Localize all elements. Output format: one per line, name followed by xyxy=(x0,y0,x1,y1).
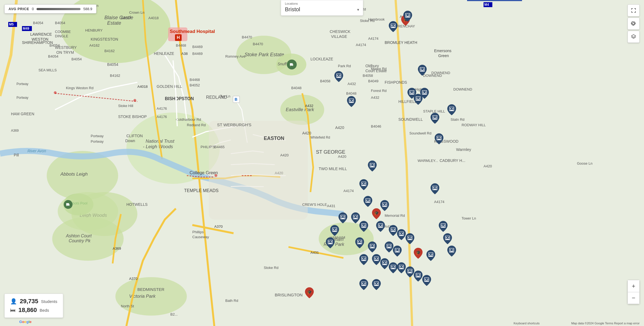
svg-rect-394 xyxy=(377,283,378,284)
svg-text:Portway: Portway xyxy=(16,82,28,86)
svg-text:FISHPONDS: FISHPONDS xyxy=(385,80,407,85)
svg-text:🎓: 🎓 xyxy=(374,211,379,215)
map-pin-10[interactable] xyxy=(334,71,343,83)
svg-text:A4174: A4174 xyxy=(368,36,379,41)
map-pin-8[interactable] xyxy=(418,65,427,77)
map-pin-15[interactable]: 🎓 xyxy=(372,208,381,220)
map-pin-16[interactable] xyxy=(351,212,360,224)
map-pin-30[interactable] xyxy=(380,258,389,270)
map-pin-24[interactable] xyxy=(385,241,393,254)
map-pin-39[interactable] xyxy=(330,225,339,237)
svg-text:HOTWELLS: HOTWELLS xyxy=(126,202,148,207)
map-pin-43[interactable] xyxy=(431,183,439,195)
map-pin-28[interactable] xyxy=(359,254,368,266)
svg-rect-343 xyxy=(363,260,365,261)
svg-rect-369 xyxy=(408,270,409,271)
map-pin-27[interactable] xyxy=(426,250,435,262)
building-pin-icon xyxy=(420,88,429,99)
settings-button[interactable] xyxy=(628,18,640,30)
zoom-out-button[interactable]: − xyxy=(628,292,640,304)
svg-text:A4176: A4176 xyxy=(157,115,167,119)
svg-text:LOCKLEAZE: LOCKLEAZE xyxy=(310,57,333,61)
map-pin-14[interactable] xyxy=(380,200,389,212)
keyboard-shortcuts[interactable]: Keyboard shortcuts xyxy=(513,322,540,325)
svg-text:⛟: ⛟ xyxy=(66,203,70,207)
svg-text:A432: A432 xyxy=(305,104,313,108)
fullscreen-button[interactable] xyxy=(628,4,640,16)
map-pin-1[interactable] xyxy=(431,113,439,125)
svg-rect-279 xyxy=(364,225,365,226)
svg-rect-315 xyxy=(373,245,374,246)
map-pin-36[interactable] xyxy=(359,279,368,291)
map-pin-44[interactable] xyxy=(439,221,448,233)
svg-text:B4058: B4058 xyxy=(320,79,331,83)
map-pin-31[interactable] xyxy=(389,262,398,274)
avg-price-slider[interactable] xyxy=(37,8,80,10)
map-pin-3[interactable] xyxy=(435,133,443,145)
map-pin-23[interactable] xyxy=(368,241,377,254)
map-pin-38[interactable] xyxy=(338,212,347,224)
map-pin-12[interactable] xyxy=(359,179,368,191)
svg-text:🎓: 🎓 xyxy=(307,290,312,294)
map-pin-33[interactable] xyxy=(406,266,414,279)
map-pin-25[interactable] xyxy=(393,246,402,258)
map-pin-20[interactable] xyxy=(397,229,406,241)
map-pin-41[interactable]: 🎓 xyxy=(305,287,314,299)
map-pin-40[interactable] xyxy=(326,237,335,249)
map-pin-29[interactable] xyxy=(372,254,381,266)
svg-rect-339 xyxy=(362,258,363,259)
svg-rect-230 xyxy=(423,69,424,70)
svg-rect-212 xyxy=(394,25,395,26)
map-pin-7[interactable] xyxy=(407,88,416,100)
zoom-in-button[interactable]: + xyxy=(628,280,640,292)
location-selector[interactable]: Locations Bristol ▾ xyxy=(281,0,363,16)
building-pin-icon xyxy=(393,246,402,257)
map-pin-21[interactable] xyxy=(406,233,414,245)
svg-text:A4174: A4174 xyxy=(343,189,354,193)
building-pin-icon xyxy=(351,212,360,223)
map-pin-6[interactable] xyxy=(403,11,412,23)
svg-rect-370 xyxy=(410,270,412,271)
map-pin-34[interactable] xyxy=(414,271,423,283)
building-pin-icon xyxy=(380,200,389,211)
map-pin-42[interactable] xyxy=(420,88,429,100)
svg-rect-227 xyxy=(411,93,413,94)
svg-text:Soundwell Rd: Soundwell Rd xyxy=(409,131,431,135)
svg-text:A4162: A4162 xyxy=(89,43,100,47)
map-pin-13[interactable] xyxy=(363,196,372,208)
map-pin-11[interactable] xyxy=(368,161,377,173)
svg-rect-320 xyxy=(387,245,388,246)
map-pin-5[interactable] xyxy=(389,21,398,33)
layers-button[interactable] xyxy=(628,31,640,43)
location-dropdown[interactable]: Bristol ▾ xyxy=(285,6,359,13)
map-pin-46[interactable] xyxy=(447,246,456,258)
map-pin-22[interactable] xyxy=(355,237,364,249)
map-pin-2[interactable] xyxy=(447,104,456,116)
map-pin-45[interactable] xyxy=(443,233,452,245)
svg-text:⊕: ⊕ xyxy=(133,98,137,102)
svg-rect-291 xyxy=(394,229,395,230)
building-pin-icon xyxy=(326,237,335,248)
svg-text:BRISLINGTON: BRISLINGTON xyxy=(275,293,302,297)
svg-rect-218 xyxy=(408,15,409,16)
map-pin-35[interactable] xyxy=(422,275,431,287)
svg-rect-247 xyxy=(371,164,372,165)
map-pin-26[interactable]: 🎓 xyxy=(414,248,423,260)
svg-rect-373 xyxy=(409,272,411,273)
svg-text:CLIFTON: CLIFTON xyxy=(126,134,143,138)
svg-text:Whitefield Rd: Whitefield Rd xyxy=(310,136,330,139)
map-pin-37[interactable] xyxy=(372,279,381,291)
map-pin-32[interactable] xyxy=(397,262,406,274)
building-pin-icon xyxy=(443,233,452,244)
svg-rect-284 xyxy=(379,225,380,226)
svg-rect-186 xyxy=(417,98,418,99)
svg-rect-259 xyxy=(366,200,367,201)
stats-widget: 👤 29,735 Students 🛏 18,860 Beds xyxy=(4,294,63,318)
map-pin-17[interactable] xyxy=(359,221,368,233)
svg-rect-352 xyxy=(385,262,386,263)
map-pin-9[interactable] xyxy=(347,96,356,108)
map-pin-18[interactable] xyxy=(376,221,385,233)
building-pin-icon xyxy=(447,246,456,257)
map-pin-19[interactable] xyxy=(389,225,398,237)
svg-text:Portway: Portway xyxy=(91,139,104,144)
